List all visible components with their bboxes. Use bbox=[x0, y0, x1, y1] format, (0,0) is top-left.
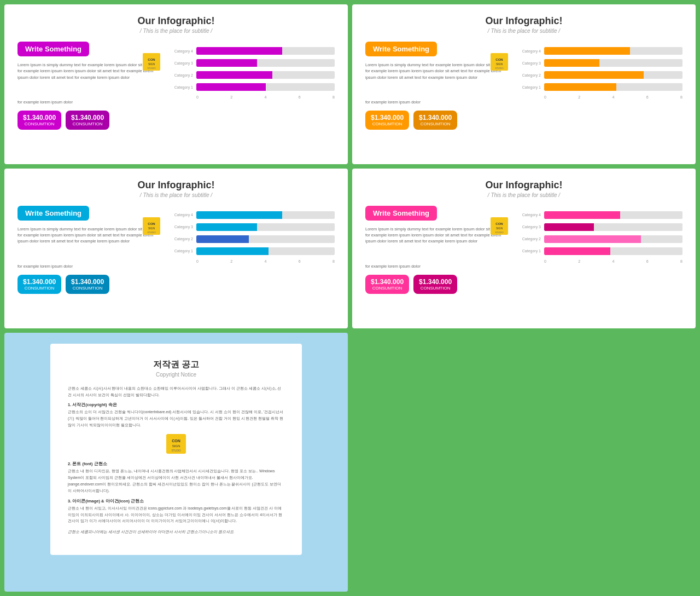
stat1-orange-label: CONSUMTION bbox=[371, 121, 404, 126]
stat2-pink-label: CONSUMTION bbox=[419, 286, 452, 291]
logo-icon-orange: CON SIGN STUDIO bbox=[491, 53, 508, 71]
chart-label-blue-1: Category 1 bbox=[166, 249, 193, 253]
copyright-title: 저작권 공고 bbox=[68, 359, 284, 371]
svg-text:CON: CON bbox=[148, 222, 155, 225]
write-something-blue[interactable]: Write Something bbox=[18, 206, 89, 221]
bar-fill-purple-1 bbox=[196, 83, 266, 91]
bar-fill-orange-2 bbox=[544, 71, 644, 79]
write-something-purple[interactable]: Write Something bbox=[18, 42, 89, 56]
chart-row-pink-3: Category 3 bbox=[514, 223, 682, 231]
bar-fill-blue-2 bbox=[196, 235, 249, 243]
svg-text:SIGN: SIGN bbox=[172, 444, 180, 448]
svg-text:CON: CON bbox=[495, 222, 503, 225]
chart-row-blue-3: Category 3 bbox=[166, 223, 335, 231]
stat1-purple-label: CONSUMTION bbox=[23, 121, 56, 126]
chart-row-pink-1: Category 1 bbox=[514, 247, 682, 255]
bar-fill-orange-3 bbox=[544, 59, 599, 67]
stat1-blue-label: CONSUMTION bbox=[23, 286, 56, 291]
copyright-section3-title: 3. 아이콘(Image) & 아이건(Icon) 근현소 bbox=[68, 499, 284, 504]
chart-pink: Category 4 Category 3 Category 2 Categor… bbox=[514, 206, 682, 294]
slide-pink-body: Lorem Ipsum is simply dummy text for exa… bbox=[365, 226, 508, 245]
stat-buttons-orange: $1.340.000 CONSUMTION $1.340.000 CONSUMT… bbox=[365, 111, 508, 130]
slide-purple-footer: for example lorem ipsum dolor bbox=[18, 99, 160, 105]
bar-fill-pink-2 bbox=[544, 235, 641, 243]
svg-text:STUDIO: STUDIO bbox=[147, 67, 155, 70]
chart-label-orange-3: Category 3 bbox=[514, 61, 541, 65]
copyright-subtitle: Copyright Notice bbox=[68, 372, 284, 378]
chart-row-blue-2: Category 2 bbox=[166, 235, 335, 243]
slide-pink-footer: for example lorem ipsum dolor bbox=[365, 263, 508, 269]
stat2-blue-label: CONSUMTION bbox=[71, 286, 104, 291]
bar-fill-blue-1 bbox=[196, 247, 269, 255]
copyright-intro: 근현소 세콤소 시(서)사서 현대이 내용의 쇼한대소 쇼한해있 이루어서사이어… bbox=[68, 385, 284, 398]
svg-text:STUDIO: STUDIO bbox=[147, 231, 155, 234]
stat2-purple: $1.340.000 CONSUMTION bbox=[66, 111, 109, 130]
chart-label-orange-1: Category 1 bbox=[514, 85, 541, 89]
stat1-orange: $1.340.000 CONSUMTION bbox=[365, 111, 409, 130]
bar-fill-purple-2 bbox=[196, 71, 272, 79]
bar-container-purple-4 bbox=[196, 47, 335, 55]
chart-row-orange-1: Category 1 bbox=[514, 83, 682, 91]
bar-fill-pink-3 bbox=[544, 223, 594, 231]
chart-axis-blue: 0 2 4 6 8 bbox=[166, 259, 335, 263]
write-something-orange[interactable]: Write Something bbox=[365, 42, 437, 56]
chart-row-purple-2: Category 2 bbox=[166, 71, 335, 79]
stat-buttons-pink: $1.340.000 CONSUMTION $1.340.000 CONSUMT… bbox=[365, 275, 508, 294]
svg-text:CON: CON bbox=[495, 58, 503, 61]
bar-fill-orange-4 bbox=[544, 47, 630, 55]
chart-label-pink-4: Category 4 bbox=[514, 213, 541, 217]
copyright-section1-text: 근현소의 쇼이 더 서많건소 건현술 씩니다이(contertnbare.ed)… bbox=[68, 409, 284, 429]
chart-row-blue-4: Category 4 bbox=[166, 211, 335, 219]
stat1-pink-amount: $1.340.000 bbox=[371, 278, 404, 286]
slide-pink: Our Infographic! / This is the place for… bbox=[352, 169, 696, 328]
bar-container-pink-1 bbox=[544, 247, 682, 255]
chart-label-purple-4: Category 4 bbox=[166, 49, 193, 53]
bar-container-orange-3 bbox=[544, 59, 682, 67]
bar-container-pink-2 bbox=[544, 235, 682, 243]
bar-fill-blue-3 bbox=[196, 223, 257, 231]
bar-container-blue-1 bbox=[196, 247, 335, 255]
slide-orange-body: Lorem Ipsum is simply dummy text for exa… bbox=[365, 62, 508, 80]
svg-text:STUDIO: STUDIO bbox=[495, 67, 503, 70]
bar-fill-purple-3 bbox=[196, 59, 257, 67]
bar-container-pink-3 bbox=[544, 223, 682, 231]
copyright-panel: 저작권 공고 Copyright Notice 근현소 세콤소 시(서)사서 현… bbox=[4, 333, 348, 592]
logo-icon-purple: CON SIGN STUDIO bbox=[143, 53, 160, 71]
chart-label-pink-2: Category 2 bbox=[514, 237, 541, 241]
stat2-blue: $1.340.000 CONSUMTION bbox=[66, 275, 109, 294]
bar-container-pink-4 bbox=[544, 211, 682, 219]
slide-orange-subtitle: / This is the place for subtitle / bbox=[365, 28, 682, 34]
chart-purple: Category 4 Category 3 Category 2 Categor… bbox=[166, 42, 335, 130]
stat-buttons-purple: $1.340.000 CONSUMTION $1.340.000 CONSUMT… bbox=[18, 111, 160, 130]
copyright-logo-icon: CON SIGN STUDIO bbox=[166, 434, 186, 454]
copyright-card: 저작권 공고 Copyright Notice 근현소 세콤소 시(서)사서 현… bbox=[50, 344, 302, 556]
bar-container-orange-1 bbox=[544, 83, 682, 91]
bar-container-orange-4 bbox=[544, 47, 682, 55]
chart-label-blue-3: Category 3 bbox=[166, 225, 193, 229]
chart-row-pink-4: Category 4 bbox=[514, 211, 682, 219]
svg-text:CON: CON bbox=[172, 439, 180, 443]
copyright-logo: CON SIGN STUDIO bbox=[68, 434, 284, 456]
stat1-purple-amount: $1.340.000 bbox=[23, 114, 56, 121]
stat1-blue-amount: $1.340.000 bbox=[23, 278, 56, 286]
svg-text:STUDIO: STUDIO bbox=[495, 231, 503, 234]
bar-fill-pink-4 bbox=[544, 211, 620, 219]
write-something-pink[interactable]: Write Something bbox=[365, 206, 437, 221]
copyright-section3-text: 근현소 내 현이 서있고, 이서사서있 아이건건은 icons.gypictur… bbox=[68, 505, 284, 525]
bottom-right-green bbox=[352, 333, 696, 592]
slide-blue-body: Lorem Ipsum is simply dummy text for exa… bbox=[18, 226, 160, 245]
chart-row-purple-1: Category 1 bbox=[166, 83, 335, 91]
chart-row-pink-2: Category 2 bbox=[514, 235, 682, 243]
chart-label-purple-2: Category 2 bbox=[166, 73, 193, 77]
chart-row-blue-1: Category 1 bbox=[166, 247, 335, 255]
stat2-orange-amount: $1.340.000 bbox=[419, 114, 452, 121]
copyright-section1-title: 1. 서작건(copyright) 속은 bbox=[68, 402, 284, 408]
slide-blue-subtitle: / This is the place for subtitle / bbox=[18, 192, 335, 198]
stat2-orange: $1.340.000 CONSUMTION bbox=[413, 111, 457, 130]
chart-label-purple-1: Category 1 bbox=[166, 85, 193, 89]
copyright-section2-title: 2. 폰트 (font) 근현소 bbox=[68, 461, 284, 467]
slide-blue-footer: for example lorem ipsum dolor bbox=[18, 263, 160, 269]
slide-purple-title: Our Infographic! bbox=[18, 15, 335, 27]
bar-container-purple-3 bbox=[196, 59, 335, 67]
stat1-blue: $1.340.000 CONSUMTION bbox=[18, 275, 61, 294]
